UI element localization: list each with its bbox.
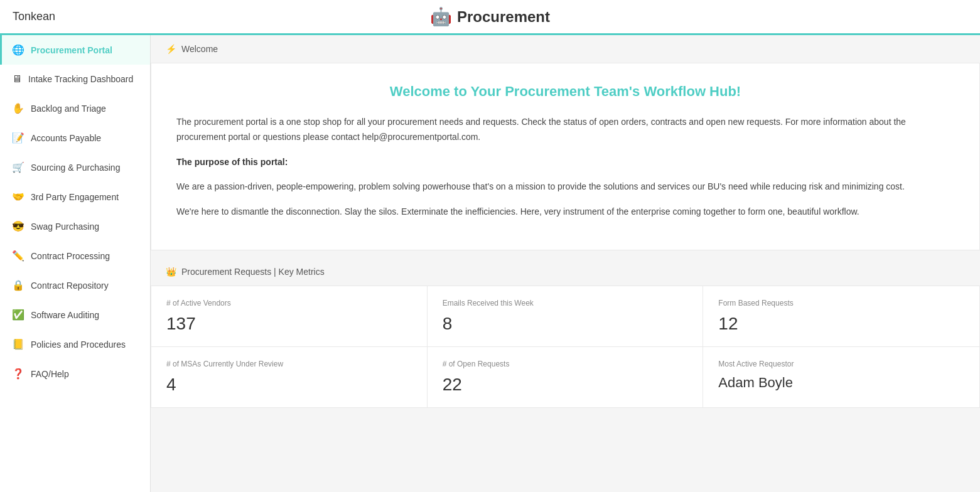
metric-value-emails-received: 8 [443,314,688,334]
metric-value-most-active-requestor: Adam Boyle [718,375,964,391]
metric-value-form-based-requests: 12 [718,314,964,334]
crown-icon: 👑 [166,267,176,277]
sidebar-item-accounts-payable[interactable]: 📝 Accounts Payable [0,123,150,152]
sidebar-label-intake-tracking: Intake Tracking Dashboard [28,74,133,84]
welcome-title: Welcome to Your Procurement Team's Workf… [176,83,954,100]
app-title-container: 🤖 Procurement [430,6,550,27]
sidebar-label-backlog-triage: Backlog and Triage [31,104,106,114]
sidebar-icon-procurement-portal: 🌐 [12,44,24,56]
metrics-section-header: 👑 Procurement Requests | Key Metrics [151,258,980,286]
metric-cell-open-requests: # of Open Requests 22 [428,347,704,407]
sidebar-item-intake-tracking[interactable]: 🖥 Intake Tracking Dashboard [0,65,150,94]
metric-cell-msas-under-review: # of MSAs Currently Under Review 4 [151,347,428,407]
metric-label-active-vendors: # of Active Vendors [166,299,412,308]
sidebar-label-sourcing-purchasing: Sourcing & Purchasing [31,163,120,173]
welcome-purpose-section: The purpose of this portal: [176,155,954,170]
sidebar-item-procurement-portal[interactable]: 🌐 Procurement Portal [0,35,150,65]
metric-value-open-requests: 22 [443,375,688,395]
sidebar-item-policies-procedures[interactable]: 📒 Policies and Procedures [0,329,150,359]
sidebar-label-policies-procedures: Policies and Procedures [31,340,126,350]
app-brand: Tonkean [13,10,55,23]
sidebar-icon-intake-tracking: 🖥 [12,73,22,85]
welcome-section-header: ⚡ Welcome [151,35,980,63]
metric-value-active-vendors: 137 [166,314,412,334]
sidebar-item-backlog-triage[interactable]: ✋ Backlog and Triage [0,94,150,123]
sidebar-icon-contract-processing: ✏️ [12,250,24,262]
sidebar-icon-3rd-party: 🤝 [12,191,24,203]
sidebar-label-faq-help: FAQ/Help [31,369,69,379]
sidebar-item-software-auditing[interactable]: ✅ Software Auditing [0,300,150,329]
sidebar-item-sourcing-purchasing[interactable]: 🛒 Sourcing & Purchasing [0,152,150,182]
sidebar-icon-faq-help: ❓ [12,368,24,380]
app-logo-icon: 🤖 [430,6,452,27]
metric-cell-emails-received: Emails Received this Week 8 [428,286,704,347]
sidebar-icon-contract-repository: 🔒 [12,279,24,291]
sidebar-item-contract-processing[interactable]: ✏️ Contract Processing [0,241,150,270]
sidebar-item-contract-repository[interactable]: 🔒 Contract Repository [0,270,150,300]
metrics-grid: # of Active Vendors 137 Emails Received … [151,286,980,408]
main-content: ⚡ Welcome Welcome to Your Procurement Te… [151,35,980,492]
sidebar-item-faq-help[interactable]: ❓ FAQ/Help [0,359,150,388]
sidebar-label-contract-repository: Contract Repository [31,281,109,291]
metric-label-form-based-requests: Form Based Requests [718,299,964,308]
bolt-icon: ⚡ [166,44,176,54]
sidebar-label-procurement-portal: Procurement Portal [31,45,112,55]
metric-cell-form-based-requests: Form Based Requests 12 [703,286,979,347]
metric-cell-most-active-requestor: Most Active Requestor Adam Boyle [703,347,979,407]
metric-label-most-active-requestor: Most Active Requestor [718,360,964,368]
welcome-body-paragraph1: The procurement portal is a one stop sho… [176,115,954,145]
welcome-section-label: Welcome [181,44,218,54]
sidebar-icon-swag-purchasing: 😎 [12,220,24,232]
sidebar-item-3rd-party[interactable]: 🤝 3rd Party Engagement [0,182,150,211]
metric-label-msas-under-review: # of MSAs Currently Under Review [166,360,412,368]
metric-value-msas-under-review: 4 [166,375,412,395]
metric-cell-active-vendors: # of Active Vendors 137 [151,286,428,347]
metric-label-open-requests: # of Open Requests [443,360,688,368]
sidebar-icon-backlog-triage: ✋ [12,102,24,114]
sidebar-label-accounts-payable: Accounts Payable [31,133,101,143]
welcome-body-paragraph2: We are a passion-driven, people-empoweri… [176,179,954,195]
welcome-card: Welcome to Your Procurement Team's Workf… [151,63,980,250]
sidebar-icon-policies-procedures: 📒 [12,338,24,350]
sidebar-label-3rd-party: 3rd Party Engagement [31,192,119,202]
welcome-purpose-label: The purpose of this portal: [176,157,288,167]
metrics-section-label: Procurement Requests | Key Metrics [181,267,325,277]
welcome-body-paragraph3: We're here to dismantle the disconnectio… [176,205,954,220]
sidebar-label-contract-processing: Contract Processing [31,251,110,261]
app-title: Procurement [457,8,550,26]
sidebar-icon-sourcing-purchasing: 🛒 [12,161,24,173]
sidebar-label-software-auditing: Software Auditing [31,310,99,320]
sidebar: 🌐 Procurement Portal 🖥 Intake Tracking D… [0,35,151,492]
sidebar-label-swag-purchasing: Swag Purchasing [31,222,99,232]
app-header: Tonkean 🤖 Procurement [0,0,980,35]
metric-label-emails-received: Emails Received this Week [443,299,688,308]
sidebar-icon-accounts-payable: 📝 [12,132,24,144]
sidebar-icon-software-auditing: ✅ [12,309,24,321]
sidebar-item-swag-purchasing[interactable]: 😎 Swag Purchasing [0,211,150,241]
